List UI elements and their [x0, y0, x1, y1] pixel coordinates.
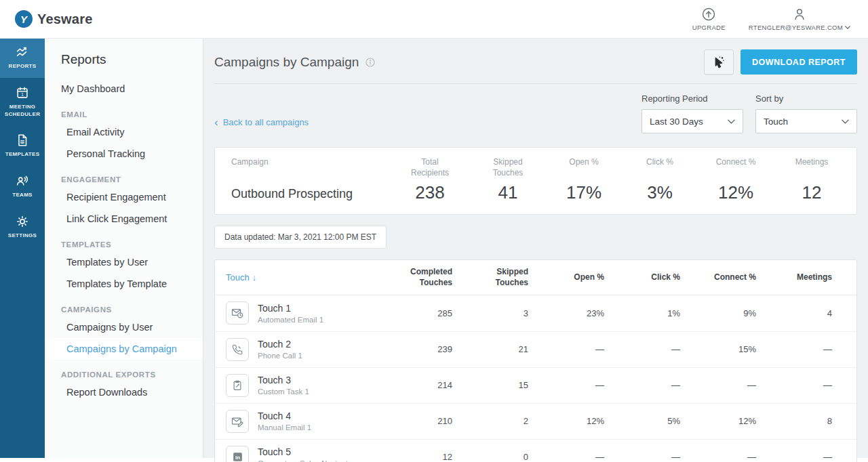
nav-rail: REPORTS 1 MEETING SCHEDULER TEMPLATES TE…: [0, 39, 45, 458]
table-row[interactable]: Touch 4 Manual Email 1 210 2 12% 5% 12% …: [215, 403, 856, 439]
summary-click-pct: Click % 3%: [622, 157, 698, 203]
rail-label: MEETING SCHEDULER: [1, 104, 43, 119]
column-header-skipped-touches[interactable]: Skipped Touches: [473, 266, 549, 288]
svg-text:in: in: [235, 455, 239, 461]
connect-pct-value: —: [701, 452, 776, 462]
skipped-touches-value: 0: [473, 452, 549, 462]
reporting-period-label: Reporting Period: [642, 93, 743, 104]
sidebar-item-recipient-engagement[interactable]: Recipient Engagement: [45, 186, 203, 208]
sidebar-heading-email: EMAIL: [45, 105, 203, 121]
sidebar-title: Reports: [45, 48, 203, 78]
manual-email-icon: [226, 410, 249, 433]
upgrade-button[interactable]: UPGRADE: [692, 7, 726, 31]
rail-label: TEAMS: [12, 192, 33, 199]
sidebar-item-report-downloads[interactable]: Report Downloads: [45, 381, 203, 403]
sort-desc-icon: ↓: [252, 272, 257, 284]
connect-pct-value: 9%: [701, 308, 776, 318]
controls-row: ‹ Back to all campaigns Reporting Period…: [214, 84, 857, 147]
touch-cell: Touch 4 Manual Email 1: [226, 410, 393, 433]
column-header-meetings[interactable]: Meetings: [776, 272, 852, 282]
summary-open-pct: Open % 17%: [546, 157, 622, 203]
touch-subtitle: Automated Email 1: [258, 316, 323, 324]
column-header-open-pct[interactable]: Open %: [549, 272, 625, 282]
skipped-touches-value: 2: [473, 416, 549, 426]
rail-label: TEMPLATES: [5, 151, 40, 159]
yesware-logo[interactable]: Y Yesware: [15, 10, 92, 28]
sort-by-select[interactable]: Touch: [755, 109, 857, 133]
completed-touches-value: 214: [393, 380, 473, 390]
meetings-value: —: [776, 344, 852, 354]
table-row[interactable]: Touch 1 Automated Email 1 285 3 23% 1% 9…: [215, 295, 856, 331]
page-header: Campaigns by Campaign DOWNLOAD REPORT: [214, 39, 857, 84]
data-updated-badge: Data updated: Mar 3, 2021 12:00 PM EST: [214, 226, 387, 249]
account-menu[interactable]: RTENGLER@YESWARE.COM: [749, 7, 850, 31]
summary-connect-pct: Connect % 12%: [698, 157, 774, 203]
column-header-completed-touches[interactable]: Completed Touches: [393, 266, 473, 288]
table-row[interactable]: Touch 3 Custom Task 1 214 15 — — — —: [215, 367, 856, 403]
table-row[interactable]: in Touch 5 Connect on Sales Navigator 12…: [215, 439, 856, 462]
open-pct-value: —: [549, 380, 625, 390]
sidebar-item-email-activity[interactable]: Email Activity: [45, 121, 203, 143]
chevron-down-icon: [728, 119, 735, 124]
back-to-campaigns-link[interactable]: ‹ Back to all campaigns: [214, 117, 309, 133]
page-title: Campaigns by Campaign: [214, 55, 376, 70]
sidebar-item-campaigns-by-campaign[interactable]: Campaigns by Campaign: [45, 338, 203, 360]
click-pct-value: 5%: [625, 416, 701, 426]
meetings-value: —: [776, 380, 852, 390]
summary-skipped-touches: Skipped Touches 41: [470, 157, 546, 203]
upgrade-label: UPGRADE: [692, 24, 726, 31]
completed-touches-value: 239: [393, 344, 473, 354]
svg-text:1: 1: [21, 91, 24, 96]
column-header-click-pct[interactable]: Click %: [625, 272, 701, 282]
rail-label: SETTINGS: [8, 232, 37, 240]
gear-icon: [15, 214, 30, 229]
open-pct-value: —: [549, 344, 625, 354]
sort-by-filter: Sort by Touch: [755, 93, 857, 133]
sidebar-item-personal-tracking[interactable]: Personal Tracking: [45, 143, 203, 165]
info-icon[interactable]: [365, 57, 376, 68]
touch-subtitle: Connect on Sales Navigator: [258, 459, 355, 462]
sidebar-item-templates-by-template[interactable]: Templates by Template: [45, 273, 203, 295]
sidebar-item-link-click-engagement[interactable]: Link Click Engagement: [45, 208, 203, 230]
rail-item-templates[interactable]: TEMPLATES: [0, 127, 45, 166]
header-actions: DOWNLOAD REPORT: [704, 49, 857, 75]
touch-title: Touch 2: [258, 339, 302, 350]
yesware-logo-icon: Y: [15, 10, 33, 28]
sidebar-item-my-dashboard[interactable]: My Dashboard: [45, 78, 203, 100]
filters: Reporting Period Last 30 Days Sort by To…: [642, 93, 857, 133]
open-pct-value: —: [549, 452, 625, 462]
skipped-touches-value: 21: [473, 344, 549, 354]
rail-item-teams[interactable]: TEAMS: [0, 167, 45, 207]
completed-touches-value: 210: [393, 416, 473, 426]
reports-sidebar: Reports My Dashboard EMAIL Email Activit…: [45, 39, 203, 458]
sidebar-item-templates-by-user[interactable]: Templates by User: [45, 251, 203, 273]
download-report-button[interactable]: DOWNLOAD REPORT: [741, 49, 857, 75]
touch-subtitle: Custom Task 1: [258, 387, 309, 396]
sidebar-item-campaigns-by-user[interactable]: Campaigns by User: [45, 316, 203, 338]
rail-item-reports[interactable]: REPORTS: [0, 39, 45, 78]
skipped-touches-value: 3: [473, 308, 549, 318]
touch-subtitle: Manual Email 1: [258, 423, 311, 432]
product-guide-button[interactable]: [704, 49, 734, 75]
touch-cell: Touch 3 Custom Task 1: [226, 374, 393, 397]
column-header-touch[interactable]: Touch ↓: [226, 272, 393, 284]
user-icon: [792, 7, 807, 22]
brand-name: Yesware: [37, 12, 92, 27]
back-chevron-icon: ‹: [214, 119, 218, 126]
summary-total-recipients: Total Recipients 238: [390, 157, 470, 203]
sort-by-label: Sort by: [755, 93, 857, 104]
rail-label: REPORTS: [9, 63, 37, 70]
document-icon: [15, 133, 30, 148]
people-icon: [14, 173, 31, 188]
rail-item-settings[interactable]: SETTINGS: [0, 208, 45, 247]
meetings-value: —: [776, 452, 852, 462]
guide-pointer-icon: [711, 55, 726, 70]
table-row[interactable]: Touch 2 Phone Call 1 239 21 — — 15% —: [215, 331, 856, 367]
rail-item-meeting-scheduler[interactable]: 1 MEETING SCHEDULER: [0, 79, 45, 126]
sidebar-heading-additional-exports: ADDITIONAL EXPORTS: [45, 365, 203, 381]
reports-chart-icon: [14, 45, 31, 60]
column-header-connect-pct[interactable]: Connect %: [701, 272, 776, 282]
sidebar-heading-engagement: ENGAGEMENT: [45, 170, 203, 186]
reporting-period-select[interactable]: Last 30 Days: [642, 109, 743, 133]
touch-title: Touch 4: [258, 411, 311, 421]
